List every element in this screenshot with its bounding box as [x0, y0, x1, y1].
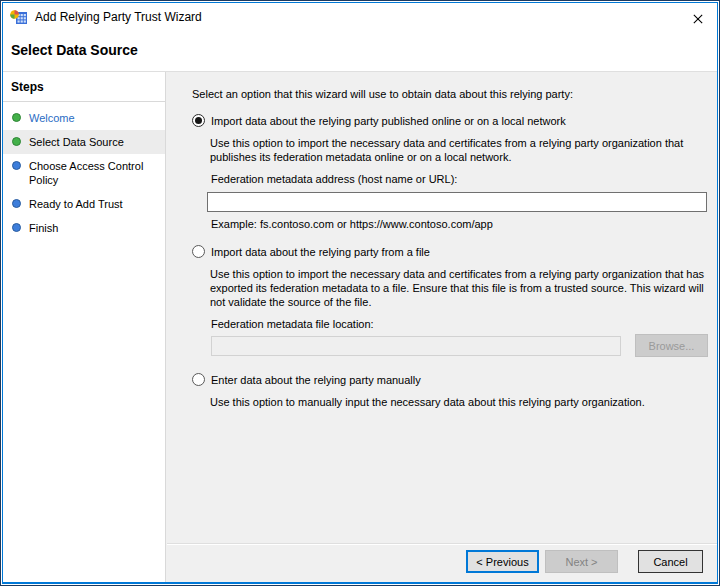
radio-import-online[interactable]: Import data about the relying party publ…	[192, 114, 717, 128]
radio-unselected-icon[interactable]	[192, 245, 205, 258]
wizard-header: Select Data Source	[3, 31, 717, 72]
step-done-icon	[12, 113, 21, 122]
step-label: Select Data Source	[29, 135, 147, 149]
next-button: Next >	[545, 550, 618, 573]
content-area: Steps Welcome Select Data Source Choose …	[3, 72, 717, 582]
browse-button: Browse...	[635, 334, 708, 357]
radio-selected-icon[interactable]	[192, 114, 205, 127]
metadata-address-example: Example: fs.contoso.com or https://www.c…	[211, 218, 717, 230]
sidebar-item-choose-access-control-policy: Choose Access Control Policy	[3, 154, 165, 192]
step-todo-icon	[12, 161, 21, 170]
steps-title: Steps	[3, 72, 165, 102]
step-todo-icon	[12, 199, 21, 208]
intro-text: Select an option that this wizard will u…	[192, 88, 717, 100]
page-title: Select Data Source	[11, 42, 138, 58]
window-title: Add Relying Party Trust Wizard	[35, 10, 202, 24]
main-panel: Select an option that this wizard will u…	[167, 72, 717, 582]
wizard-window: Add Relying Party Trust Wizard Select Da…	[0, 0, 720, 586]
sidebar-item-welcome[interactable]: Welcome	[3, 106, 165, 130]
steps-list: Welcome Select Data Source Choose Access…	[3, 102, 165, 240]
step-done-icon	[12, 137, 21, 146]
file-option-description: Use this option to import the necessary …	[210, 267, 720, 309]
online-option-description: Use this option to import the necessary …	[210, 136, 720, 164]
step-label: Finish	[29, 221, 147, 235]
steps-sidebar: Steps Welcome Select Data Source Choose …	[3, 72, 166, 582]
close-icon[interactable]	[687, 8, 709, 30]
metadata-address-label: Federation metadata address (host name o…	[211, 173, 717, 185]
app-icon	[10, 9, 28, 25]
cancel-button[interactable]: Cancel	[638, 550, 703, 573]
step-label: Ready to Add Trust	[29, 197, 147, 211]
previous-button[interactable]: < Previous	[466, 550, 539, 573]
metadata-file-input	[211, 336, 621, 356]
radio-label[interactable]: Import data about the relying party publ…	[211, 114, 566, 128]
manual-option-description: Use this option to manually input the ne…	[210, 395, 720, 409]
metadata-file-label: Federation metadata file location:	[211, 318, 717, 330]
footer-divider	[167, 543, 717, 545]
sidebar-item-select-data-source[interactable]: Select Data Source	[3, 130, 165, 154]
step-label: Choose Access Control Policy	[29, 159, 147, 187]
radio-label[interactable]: Import data about the relying party from…	[211, 245, 430, 259]
step-label: Welcome	[29, 111, 147, 125]
file-location-row: Browse...	[211, 334, 717, 357]
radio-unselected-icon[interactable]	[192, 373, 205, 386]
radio-import-file[interactable]: Import data about the relying party from…	[192, 245, 717, 259]
title-bar: Add Relying Party Trust Wizard	[3, 3, 717, 31]
metadata-address-input[interactable]	[207, 192, 707, 212]
sidebar-item-ready-to-add-trust: Ready to Add Trust	[3, 192, 165, 216]
footer-buttons: < Previous Next > Cancel	[466, 550, 703, 573]
sidebar-item-finish: Finish	[3, 216, 165, 240]
radio-enter-manually[interactable]: Enter data about the relying party manua…	[192, 373, 717, 387]
step-todo-icon	[12, 223, 21, 232]
radio-label[interactable]: Enter data about the relying party manua…	[211, 373, 421, 387]
